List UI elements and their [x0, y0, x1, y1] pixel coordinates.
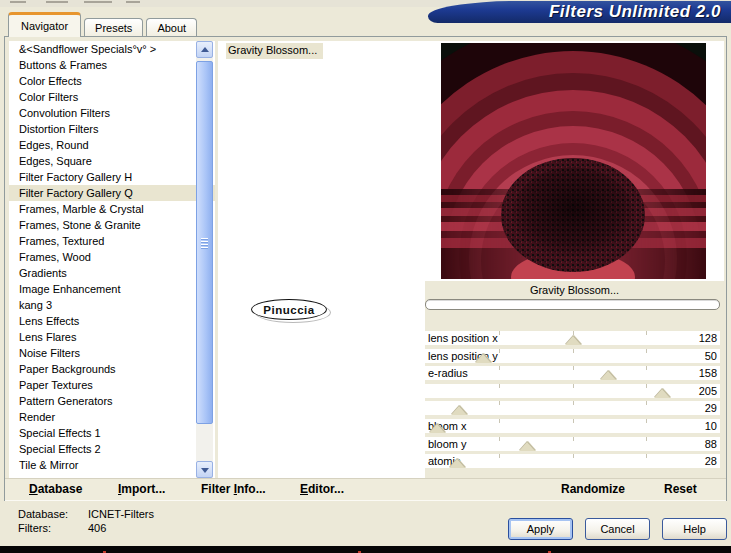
slider-row-atomic[interactable]: atomic28 [425, 454, 720, 468]
slider-row-param4[interactable]: 29 [425, 401, 720, 415]
preview-area [425, 41, 724, 281]
category-item[interactable]: &<Sandflower Specials°v° > [9, 41, 215, 57]
slider-tick [573, 384, 574, 388]
slider-thumb[interactable] [565, 336, 581, 345]
database-label: Database: [18, 507, 88, 521]
cancel-button[interactable]: Cancel [585, 518, 650, 540]
slider-label: lens position x [428, 331, 498, 345]
filter-info-button[interactable]: Filter Info... [201, 482, 266, 496]
slider-value: 205 [699, 384, 717, 398]
slider-tick [646, 419, 647, 423]
cropped-text-remnant [126, 1, 140, 3]
slider-value: 88 [705, 437, 717, 451]
category-item[interactable]: Color Filters [9, 89, 215, 105]
slider-value: 158 [699, 366, 717, 380]
category-item[interactable]: Frames, Marble & Crystal [9, 201, 215, 217]
category-item[interactable]: Lens Flares [9, 329, 215, 345]
category-item[interactable]: Edges, Round [9, 137, 215, 153]
category-item[interactable]: Special Effects 1 [9, 425, 215, 441]
category-item[interactable]: Gradients [9, 265, 215, 281]
slider-tick [573, 349, 574, 353]
category-item[interactable]: Frames, Stone & Granite [9, 217, 215, 233]
dialog-body: &<Sandflower Specials°v° >Buttons & Fram… [4, 36, 727, 501]
slider-thumb[interactable] [519, 442, 535, 451]
watermark: Pinuccia [251, 299, 329, 321]
scroll-up-button[interactable] [196, 41, 213, 58]
title-banner: Filters Unlimited 2.0 [428, 1, 731, 23]
import-button[interactable]: Import... [118, 482, 165, 496]
category-item[interactable]: Image Enhancement [9, 281, 215, 297]
cropped-text-remnant [46, 1, 68, 3]
slider-tick [499, 454, 500, 458]
filters-value: 406 [88, 521, 106, 535]
category-item[interactable]: Frames, Wood [9, 249, 215, 265]
category-item[interactable]: Special Effects 2 [9, 441, 215, 457]
category-item[interactable]: Render [9, 409, 215, 425]
category-item[interactable]: Paper Backgrounds [9, 361, 215, 377]
slider-tick [499, 384, 500, 388]
toolbar: DatabaseImport...Filter Info...Editor...… [5, 478, 726, 501]
slider-row-lens-position-x[interactable]: lens position x128 [425, 331, 720, 345]
slider-thumb[interactable] [654, 389, 670, 398]
category-item[interactable]: Convolution Filters [9, 105, 215, 121]
progress-bar [425, 299, 720, 310]
slider-tick [573, 437, 574, 441]
slider-row-bloom-y[interactable]: bloom y88 [425, 437, 720, 451]
category-list: &<Sandflower Specials°v° >Buttons & Fram… [9, 41, 215, 478]
category-item[interactable]: Lens Effects [9, 313, 215, 329]
tab-about[interactable]: About [146, 18, 197, 37]
scroll-down-button[interactable] [196, 461, 213, 478]
slider-label: bloom y [428, 437, 467, 451]
help-button[interactable]: Help [662, 518, 727, 540]
reset-button[interactable]: Reset [664, 482, 697, 496]
slider-value: 10 [705, 419, 717, 433]
category-item[interactable]: Noise Filters [9, 345, 215, 361]
category-item[interactable]: Frames, Textured [9, 233, 215, 249]
slider-thumb[interactable] [451, 406, 467, 415]
preview-image [441, 43, 706, 279]
tab-navigator[interactable]: Navigator [8, 12, 81, 37]
filter-list-item[interactable]: Gravity Blossom... [226, 43, 323, 59]
database-button[interactable]: Database [29, 482, 82, 496]
cropped-bottom-remnant [0, 546, 731, 553]
scrollbar-thumb[interactable] [196, 61, 213, 424]
slider-thumb[interactable] [449, 459, 465, 468]
category-item[interactable]: Color Effects [9, 73, 215, 89]
category-item[interactable]: Filter Factory Gallery Q [9, 185, 215, 201]
tab-strip: NavigatorPresetsAbout [8, 13, 200, 37]
category-item[interactable]: Pattern Generators [9, 393, 215, 409]
slider-tick [499, 349, 500, 353]
slider-value: 50 [705, 349, 717, 363]
category-item[interactable]: Paper Textures [9, 377, 215, 393]
slider-tick [646, 349, 647, 353]
window-title: Filters Unlimited 2.0 [549, 2, 731, 22]
slider-value: 29 [705, 401, 717, 415]
slider-row-e-radius[interactable]: e-radius158 [425, 366, 720, 380]
slider-row-param3[interactable]: 205 [425, 384, 720, 398]
slider-tick [646, 401, 647, 405]
category-item[interactable]: Distortion Filters [9, 121, 215, 137]
category-item[interactable]: Tile & Mirror [9, 457, 215, 473]
filter-list: Gravity Blossom... Pinuccia [218, 41, 425, 478]
slider-thumb[interactable] [429, 424, 445, 433]
category-item[interactable]: Edges, Square [9, 153, 215, 169]
category-item[interactable]: kang 3 [9, 297, 215, 313]
apply-button[interactable]: Apply [508, 518, 573, 540]
slider-row-bloom-x[interactable]: bloom x10 [425, 419, 720, 433]
tab-presets[interactable]: Presets [84, 18, 143, 37]
category-item[interactable]: Filter Factory Gallery H [9, 169, 215, 185]
slider-value: 128 [699, 331, 717, 345]
slider-thumb[interactable] [600, 371, 616, 380]
category-scrollbar[interactable] [196, 41, 213, 478]
cropped-text-remnant [84, 1, 112, 3]
slider-tick [646, 331, 647, 335]
slider-row-lens-position-y[interactable]: lens position y50 [425, 349, 720, 363]
slider-thumb[interactable] [475, 354, 491, 363]
slider-tick [573, 419, 574, 423]
randomize-button[interactable]: Randomize [561, 482, 625, 496]
category-item[interactable]: Buttons & Frames [9, 57, 215, 73]
slider-tick [499, 366, 500, 370]
slider-label: e-radius [428, 366, 468, 380]
slider-tick [646, 366, 647, 370]
editor-button[interactable]: Editor... [300, 482, 344, 496]
